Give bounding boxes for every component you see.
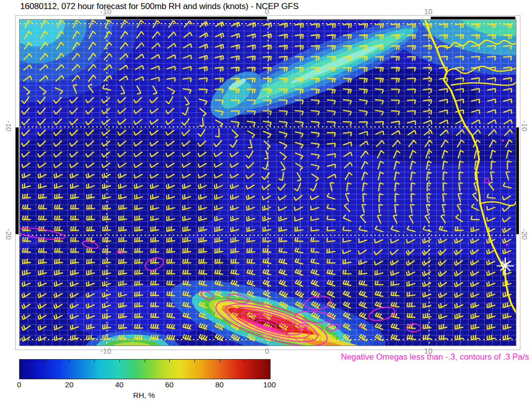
rh-colorbar (19, 359, 271, 379)
omega-dot (360, 326, 362, 328)
y-tick-label: -10 (520, 120, 529, 131)
x-tick-label: 0 (265, 347, 269, 355)
colorbar-title: RH, % (133, 391, 155, 399)
y-tick-label: -10 (5, 120, 13, 131)
y-tick-label: -20 (5, 229, 13, 240)
river-border-line (480, 201, 516, 206)
colorbar-tick-label: 100 (263, 380, 276, 389)
colorbar-ticks (20, 360, 270, 362)
omega-contour (200, 289, 214, 301)
omega-contour (326, 323, 340, 332)
omega-contour (20, 226, 65, 241)
frame-bar (16, 127, 19, 234)
chart-title: 16080112, 072 hour forecast for 500mb RH… (20, 2, 299, 12)
river-border-line (437, 40, 516, 49)
colorbar-tick-label: 0 (17, 380, 21, 389)
wind-barbs (22, 20, 512, 341)
x-tick-label: -10 (100, 7, 111, 16)
omega-contour (82, 240, 99, 250)
map-overlay (20, 20, 516, 346)
omega-dot (502, 140, 504, 142)
map-plot-area (19, 19, 516, 346)
rh-mound (120, 346, 145, 346)
gfs-forecast-chart: 16080112, 072 hour forecast for 500mb RH… (0, 0, 532, 411)
x-tick-label: 10 (424, 7, 433, 16)
colorbar-tick-label: 80 (215, 380, 224, 389)
colorbar-tick-label: 40 (115, 380, 123, 389)
omega-contour (227, 293, 250, 305)
x-tick-label: 0 (265, 7, 269, 16)
omega-contour (143, 255, 165, 272)
colorbar-tick-label: 20 (65, 380, 74, 389)
omega-contour (485, 179, 489, 183)
y-tick-label: -20 (520, 229, 529, 240)
river-border-line (451, 82, 516, 85)
x-tick-label: -10 (100, 347, 111, 355)
colorbar-tick-label: 60 (165, 380, 174, 389)
omega-caption: Negative Omegas less than -.3, contours … (341, 352, 529, 362)
omega-dot (506, 244, 508, 246)
